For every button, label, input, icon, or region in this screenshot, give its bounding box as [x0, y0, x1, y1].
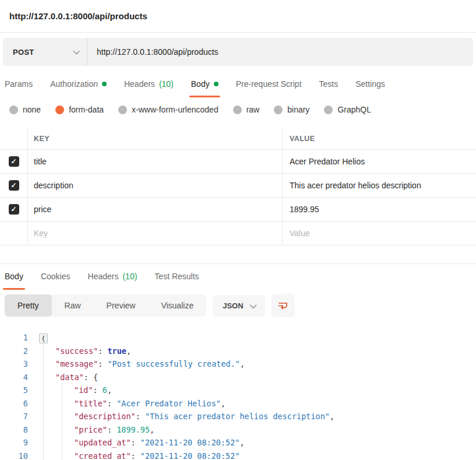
radio-icon [324, 106, 333, 114]
code-token-punct: : [131, 451, 140, 460]
method-label: POST [13, 48, 34, 57]
tab-params[interactable]: Params [5, 72, 33, 97]
radio-binary[interactable]: binary [274, 105, 309, 114]
code-line: 2"success": true, [0, 345, 476, 358]
table-placeholder-row [0, 222, 476, 245]
key-cell[interactable]: title [28, 150, 283, 173]
radio-icon [118, 106, 127, 114]
value-cell[interactable]: This acer predator helios description [283, 174, 476, 197]
code-token-key: "success" [55, 346, 98, 356]
line-number: 8 [0, 423, 28, 437]
tab-label: Headers [124, 79, 155, 89]
format-dropdown[interactable]: JSON [213, 295, 265, 317]
line-number: 7 [0, 410, 28, 423]
page-title: http://127.0.0.1:8000/api/products [9, 11, 147, 21]
method-selector[interactable]: POST [3, 38, 87, 66]
response-body-code: 1{2"success": true,3"message": "Post suc… [0, 324, 476, 460]
form-data-table: KEY VALUE ✓ title Acer Predator Helios ✓… [0, 128, 476, 245]
code-token-key: "data" [55, 373, 84, 382]
code-token-punct: , [221, 399, 225, 408]
radio-icon [9, 106, 18, 114]
code-token-punct: : [84, 373, 93, 382]
line-number: 6 [0, 397, 28, 410]
radio-label: GraphQL [337, 105, 371, 114]
response-tab-cookies[interactable]: Cookies [41, 264, 70, 290]
code-line: 3"message": "Post successfully created."… [0, 357, 476, 371]
response-toolbar: Pretty Raw Preview Visualize JSON [5, 294, 476, 317]
code-token-key: "description" [74, 412, 136, 421]
radio-icon [233, 106, 242, 114]
radio-form-data[interactable]: form-data [55, 105, 104, 114]
response-tab-headers[interactable]: Headers (10) [88, 264, 137, 290]
view-pretty-button[interactable]: Pretty [5, 294, 52, 317]
code-token-string: "Post successfully created." [107, 359, 240, 368]
new-key-input[interactable] [34, 229, 257, 238]
new-value-input[interactable] [290, 229, 457, 238]
value-cell[interactable]: Acer Predator Helios [283, 150, 476, 173]
row-checkbox[interactable]: ✓ [9, 156, 19, 167]
tab-headers[interactable]: Headers (10) [124, 72, 174, 97]
value-cell[interactable]: 1899.95 [283, 198, 476, 221]
request-url-bar: POST [3, 38, 473, 66]
view-visualize-button[interactable]: Visualize [148, 294, 206, 317]
code-token-punct: , [150, 425, 154, 434]
tab-label: Headers [88, 272, 119, 281]
radio-raw[interactable]: raw [233, 105, 260, 114]
url-input[interactable] [87, 38, 473, 66]
line-number: 9 [0, 436, 28, 450]
line-number: 10 [0, 450, 28, 460]
tab-pre-request-script[interactable]: Pre-request Script [236, 72, 302, 97]
line-number: 4 [0, 371, 28, 384]
table-row: ✓ title Acer Predator Helios [0, 150, 476, 174]
headers-count: (10) [159, 79, 174, 89]
status-dot-icon [214, 82, 218, 86]
code-token-punct: : [98, 359, 107, 368]
code-token-bool: true [107, 346, 126, 356]
radio-none[interactable]: none [9, 105, 41, 114]
code-line: 8"price": 1899.95, [0, 423, 476, 437]
radio-x-www-form-urlencoded[interactable]: x-www-form-urlencoded [118, 105, 218, 114]
radio-label: form-data [69, 105, 104, 114]
code-token-punct: , [330, 412, 334, 421]
wrap-text-icon [277, 300, 288, 311]
response-tab-body[interactable]: Body [5, 264, 23, 290]
radio-graphql[interactable]: GraphQL [324, 105, 371, 114]
value-column-header: VALUE [283, 128, 476, 149]
fold-toggle[interactable]: { [39, 333, 48, 343]
tab-tests[interactable]: Tests [319, 72, 339, 97]
row-checkbox[interactable]: ✓ [9, 204, 19, 215]
line-number: 3 [0, 357, 28, 371]
key-cell[interactable]: description [28, 174, 283, 197]
code-line: 4"data": { [0, 371, 476, 384]
wrap-text-button[interactable] [272, 294, 295, 317]
chevron-down-icon [73, 48, 80, 54]
code-token-punct: , [107, 385, 112, 395]
code-token-punct: , [126, 346, 131, 356]
view-raw-button[interactable]: Raw [52, 294, 94, 317]
code-token-punct: : [131, 438, 140, 447]
code-token-string: "This acer predator helios description" [145, 412, 330, 421]
tab-label: Tests [319, 79, 339, 89]
response-tabs: Body Cookies Headers (10) Test Results [0, 264, 476, 290]
tab-label: Settings [355, 79, 385, 89]
tab-authorization[interactable]: Authorization [50, 72, 107, 97]
row-checkbox[interactable]: ✓ [9, 180, 19, 191]
code-line: 7"description": "This acer predator heli… [0, 410, 476, 423]
tab-settings[interactable]: Settings [355, 72, 385, 97]
status-dot-icon [102, 82, 107, 86]
response-tab-test-results[interactable]: Test Results [154, 264, 199, 290]
request-tabs: Params Authorization Headers (10) Body P… [0, 72, 476, 97]
code-token-punct: : [107, 425, 117, 434]
code-token-string: "2021-11-20 08:20:52" [140, 438, 240, 447]
code-line: 1{ [0, 331, 476, 345]
format-label: JSON [223, 301, 243, 310]
key-cell[interactable]: price [28, 198, 283, 221]
headers-count: (10) [122, 272, 137, 281]
view-preview-button[interactable]: Preview [94, 294, 149, 317]
tab-body[interactable]: Body [191, 72, 218, 97]
tab-label: Body [191, 79, 210, 89]
radio-selected-icon [55, 106, 64, 114]
indent-guide [43, 344, 44, 460]
radio-label: binary [287, 105, 309, 114]
code-token-punct: : [107, 399, 117, 408]
